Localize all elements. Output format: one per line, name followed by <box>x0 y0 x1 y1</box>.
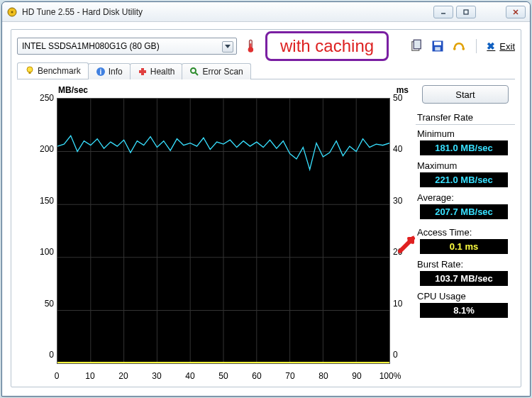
tab-benchmark[interactable]: Benchmark <box>17 62 89 79</box>
tabs: Benchmark i Info Health Error Scan <box>17 62 515 79</box>
info-icon: i <box>96 67 106 77</box>
x-tick: 60 <box>252 371 261 381</box>
min-value: 181.0 MB/sec <box>420 140 508 155</box>
close-button[interactable] <box>506 6 526 18</box>
chart-area: MB/sec ms 250200150100500504030201000 <box>26 85 409 381</box>
drive-select-value: INTEL SSDSA1MH080G1G (80 GB) <box>22 41 160 51</box>
chart-plot <box>57 98 390 364</box>
y-left-tick: 150 <box>26 196 54 206</box>
x-tick: 40 <box>185 371 194 381</box>
separator <box>476 39 477 53</box>
svg-rect-11 <box>436 47 441 50</box>
settings-icon[interactable] <box>452 39 466 53</box>
transfer-legend: Transfer Rate <box>416 112 515 124</box>
x-tick: 50 <box>218 371 228 381</box>
annotation-box: with caching <box>265 31 389 61</box>
svg-point-1 <box>11 11 13 13</box>
svg-rect-3 <box>464 10 468 14</box>
drive-select[interactable]: INTEL SSDSA1MH080G1G (80 GB) <box>17 38 237 55</box>
svg-point-14 <box>27 67 33 72</box>
health-icon <box>138 67 148 77</box>
client-area: INTEL SSDSA1MH080G1G (80 GB) with cachin… <box>11 29 521 387</box>
start-button[interactable]: Start <box>422 85 509 104</box>
y-left-tick: 0 <box>26 350 54 360</box>
burst-label: Burst Rate: <box>416 258 515 271</box>
y-left-unit: MB/sec <box>58 85 88 95</box>
magnifier-icon <box>189 67 199 77</box>
save-icon[interactable] <box>431 39 445 53</box>
x-tick: 0 <box>55 371 60 381</box>
y-right-tick: 50 <box>393 93 409 103</box>
x-tick: 90 <box>352 371 361 381</box>
svg-rect-6 <box>250 43 251 50</box>
close-x-icon: ✖ <box>487 40 495 52</box>
annotation-text: with caching <box>280 36 374 55</box>
y-left-tick: 250 <box>26 93 54 103</box>
min-label: Minimum <box>416 128 515 140</box>
access-label: Access Time: <box>416 226 515 239</box>
maximize-button[interactable] <box>456 6 476 18</box>
arrow-annotation <box>397 233 419 254</box>
cpu-label: CPU Usage <box>416 290 515 303</box>
exit-button[interactable]: ✖ Exit <box>487 40 515 52</box>
access-value: 0.1 ms <box>420 239 508 254</box>
y-right-tick: 0 <box>393 350 409 360</box>
y-right-tick: 10 <box>393 299 409 309</box>
chart-svg <box>57 99 389 363</box>
app-window: HD Tune 2.55 - Hard Disk Utility INTEL S… <box>1 1 531 397</box>
results-sidebar: Start Transfer Rate Minimum 181.0 MB/sec… <box>416 85 515 322</box>
svg-point-12 <box>453 48 456 50</box>
max-value: 221.0 MB/sec <box>420 172 508 187</box>
x-tick: 10 <box>85 371 94 381</box>
x-tick: 100% <box>379 371 401 381</box>
chevron-down-icon <box>222 41 233 52</box>
svg-point-13 <box>462 48 465 50</box>
bulb-icon <box>25 66 35 76</box>
tab-info[interactable]: i Info <box>88 63 131 79</box>
avg-label: Average: <box>416 192 515 204</box>
y-left-tick: 200 <box>26 144 54 154</box>
x-tick: 20 <box>118 371 128 381</box>
svg-rect-10 <box>434 42 441 45</box>
y-left-tick: 100 <box>26 247 54 257</box>
tab-label: Info <box>109 67 123 77</box>
cpu-value: 8.1% <box>420 303 508 318</box>
tab-label: Error Scan <box>202 67 243 77</box>
titlebar: HD Tune 2.55 - Hard Disk Utility <box>2 2 530 22</box>
exit-label: Exit <box>499 41 515 52</box>
burst-value: 103.7 MB/sec <box>420 271 508 286</box>
y-right-tick: 30 <box>393 196 409 206</box>
copy-icon[interactable] <box>409 39 423 53</box>
avg-value: 207.7 MB/sec <box>420 204 508 219</box>
svg-rect-8 <box>414 40 421 49</box>
thermometer-icon[interactable] <box>244 39 258 53</box>
x-tick: 70 <box>285 371 294 381</box>
x-tick: 30 <box>152 371 161 381</box>
x-tick: 80 <box>318 371 328 381</box>
tab-error-scan[interactable]: Error Scan <box>182 63 250 79</box>
max-label: Maximum <box>416 160 515 172</box>
svg-line-21 <box>196 73 199 76</box>
app-icon <box>6 6 18 18</box>
svg-point-20 <box>191 68 196 73</box>
y-right-tick: 40 <box>393 144 409 154</box>
tab-label: Benchmark <box>38 66 81 76</box>
svg-rect-19 <box>139 70 146 73</box>
tab-health[interactable]: Health <box>130 63 183 79</box>
svg-text:i: i <box>99 68 101 76</box>
y-left-tick: 50 <box>26 299 54 309</box>
tab-label: Health <box>150 67 175 77</box>
window-title: HD Tune 2.55 - Hard Disk Utility <box>22 7 433 17</box>
svg-rect-15 <box>29 72 31 74</box>
minimize-button[interactable] <box>433 6 453 18</box>
